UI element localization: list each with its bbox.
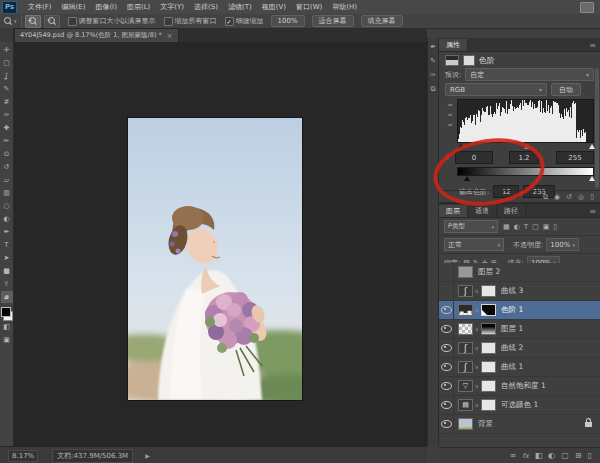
layer-name[interactable]: 色阶 1 bbox=[501, 305, 600, 315]
zoom-tool[interactable]: ⌀ bbox=[1, 291, 13, 303]
menu-item-9[interactable]: 帮助(H) bbox=[327, 3, 362, 11]
option-checkbox-0[interactable]: 调整窗口大小以满屏显示 bbox=[68, 16, 156, 26]
visibility-toggle[interactable] bbox=[439, 320, 454, 338]
layer-mask-thumbnail[interactable] bbox=[481, 304, 496, 316]
auto-button[interactable]: 自动 bbox=[551, 83, 581, 96]
layer-mask-thumbnail[interactable] bbox=[481, 285, 496, 297]
layer-name[interactable]: 曲线 1 bbox=[501, 362, 600, 372]
visibility-toggle[interactable] bbox=[439, 358, 454, 376]
photo-document[interactable] bbox=[128, 118, 302, 400]
layer-name[interactable]: 图层 1 bbox=[501, 324, 600, 334]
layer-thumbnail[interactable] bbox=[458, 323, 473, 335]
scrollbar[interactable] bbox=[595, 68, 599, 188]
layer-row[interactable]: ∞ 色阶 1 bbox=[439, 301, 600, 320]
filter-toggle-icon[interactable]: ▯ bbox=[553, 223, 557, 231]
layer-mask-thumbnail[interactable] bbox=[481, 323, 496, 335]
output-gradient-bar[interactable] bbox=[457, 167, 594, 176]
layer-row[interactable]: ∞ 曲线 3 bbox=[439, 282, 600, 301]
visibility-toggle[interactable] bbox=[439, 263, 454, 281]
layer-thumbnail[interactable] bbox=[458, 380, 473, 392]
layer-row[interactable]: 背景 bbox=[439, 415, 600, 434]
eraser-tool[interactable]: ▱ bbox=[1, 174, 13, 186]
tab-layers[interactable]: 图层 bbox=[439, 205, 468, 217]
layer-row[interactable]: ∞ 自然饱和度 1 bbox=[439, 377, 600, 396]
clip-to-layer-icon[interactable]: ⧉ bbox=[543, 192, 548, 202]
targeted-adjustment-icon[interactable]: ✌ bbox=[445, 154, 455, 161]
layer-row[interactable]: ∞ 曲线 2 bbox=[439, 339, 600, 358]
eyedropper-tool[interactable]: ✑ bbox=[1, 109, 13, 121]
visibility-eye-icon[interactable]: ◎ bbox=[578, 192, 584, 202]
preset-dropdown[interactable]: 自定 ▾ bbox=[465, 68, 594, 81]
layer-name[interactable]: 图层 2 bbox=[478, 267, 600, 277]
filter-shape-icon[interactable]: ▢ bbox=[532, 223, 539, 231]
menu-item-4[interactable]: 文字(Y) bbox=[155, 3, 189, 11]
option-checkbox-2[interactable]: ✓细微缩放 bbox=[225, 16, 264, 26]
link-layers-icon[interactable]: ∞ bbox=[510, 451, 517, 460]
filter-kind-dropdown[interactable]: P类型 ▾ bbox=[444, 220, 498, 233]
layer-mask-thumbnail[interactable] bbox=[481, 361, 496, 373]
layer-name[interactable]: 可选颜色 1 bbox=[501, 400, 600, 410]
blur-tool[interactable]: ○ bbox=[1, 200, 13, 212]
layer-mask-thumbnail[interactable] bbox=[481, 380, 496, 392]
channel-dropdown[interactable]: RGB ▾ bbox=[445, 83, 547, 96]
clone-stamp-tool[interactable]: ⊙ bbox=[1, 148, 13, 160]
layer-thumbnail[interactable] bbox=[458, 342, 473, 354]
delete-adjustment-icon[interactable]: ▯ bbox=[590, 192, 594, 202]
menu-item-1[interactable]: 编辑(E) bbox=[57, 3, 91, 11]
tab-close-icon[interactable]: × bbox=[167, 32, 173, 40]
pen-tool[interactable]: ✒ bbox=[1, 226, 13, 238]
reset-icon[interactable]: ↺ bbox=[566, 192, 572, 202]
layer-mask-thumbnail[interactable] bbox=[481, 342, 496, 354]
visibility-toggle[interactable] bbox=[439, 339, 454, 357]
dock-panel-icon[interactable]: ⧉ bbox=[428, 84, 438, 94]
document-tab[interactable]: 4Y04J549.psd @ 8.17%(色阶 1, 图层蒙版/8) * × bbox=[14, 28, 179, 42]
history-brush-tool[interactable]: ↺ bbox=[1, 161, 13, 173]
blend-mode-dropdown[interactable]: 正常 ▾ bbox=[444, 238, 504, 251]
tab-properties[interactable]: 属性 bbox=[439, 39, 468, 51]
tab-channels[interactable]: 通道 bbox=[468, 205, 497, 217]
gray-point-eyedropper-icon[interactable]: ✑ bbox=[447, 111, 452, 118]
menu-item-7[interactable]: 视图(V) bbox=[257, 3, 291, 11]
layer-row[interactable]: ∞ 图层 1 bbox=[439, 320, 600, 339]
layer-row[interactable]: ∞ 曲线 1 bbox=[439, 358, 600, 377]
layer-mask-thumbnail[interactable] bbox=[481, 399, 496, 411]
screen-mode-tool[interactable]: ▣ bbox=[1, 334, 13, 346]
new-layer-icon[interactable]: ⊞ bbox=[575, 451, 582, 460]
hand-tool[interactable]: ✌ bbox=[1, 278, 13, 290]
filter-pixel-icon[interactable]: ▦ bbox=[503, 223, 510, 231]
color-swatches[interactable] bbox=[1, 307, 13, 321]
menu-item-8[interactable]: 窗口(W) bbox=[291, 3, 327, 11]
output-highlight-slider[interactable] bbox=[589, 176, 595, 181]
gradient-tool[interactable]: ▥ bbox=[1, 187, 13, 199]
output-shadow-slider[interactable] bbox=[464, 176, 470, 181]
status-zoom-field[interactable]: 8.17% bbox=[8, 450, 38, 462]
layer-row[interactable]: 图层 2 bbox=[439, 263, 600, 282]
workspace-icon[interactable] bbox=[580, 2, 594, 13]
menu-item-3[interactable]: 图层(L) bbox=[122, 3, 155, 11]
type-tool[interactable]: T bbox=[1, 239, 13, 251]
midtone-input-slider[interactable] bbox=[524, 144, 530, 149]
layer-name[interactable]: 曲线 2 bbox=[501, 343, 600, 353]
option-button-2[interactable]: 填充屏幕 bbox=[361, 15, 403, 27]
new-group-icon[interactable]: ▢ bbox=[561, 451, 569, 460]
option-checkbox-1[interactable]: 缩放所有窗口 bbox=[164, 16, 217, 26]
dock-pen-icon[interactable]: ✒ bbox=[428, 42, 438, 52]
healing-brush-tool[interactable]: ✚ bbox=[1, 122, 13, 134]
canvas-area[interactable] bbox=[14, 42, 427, 446]
dodge-tool[interactable]: ◐ bbox=[1, 213, 13, 225]
filter-type-icon[interactable]: T bbox=[524, 223, 528, 231]
shadow-input-field[interactable]: 0 bbox=[455, 151, 493, 164]
mask-icon[interactable] bbox=[463, 55, 475, 66]
panel-menu-icon[interactable]: ≡ bbox=[589, 207, 596, 217]
visibility-toggle[interactable] bbox=[439, 301, 454, 319]
status-options-arrow[interactable]: ▶ bbox=[145, 452, 150, 459]
white-point-eyedropper-icon[interactable]: ✑ bbox=[447, 121, 452, 128]
move-tool[interactable]: ✛ bbox=[1, 44, 13, 56]
dock-brush-icon[interactable]: ✎ bbox=[428, 56, 438, 66]
quick-select-tool[interactable]: ✎ bbox=[1, 83, 13, 95]
quick-mask-tool[interactable]: ◧ bbox=[1, 321, 13, 333]
path-selection-tool[interactable]: ➤ bbox=[1, 252, 13, 264]
gamma-input-field[interactable]: 1.2 bbox=[509, 151, 539, 164]
zoom-in-button[interactable]: + bbox=[25, 15, 41, 28]
option-button-1[interactable]: 适合屏幕 bbox=[312, 15, 354, 27]
